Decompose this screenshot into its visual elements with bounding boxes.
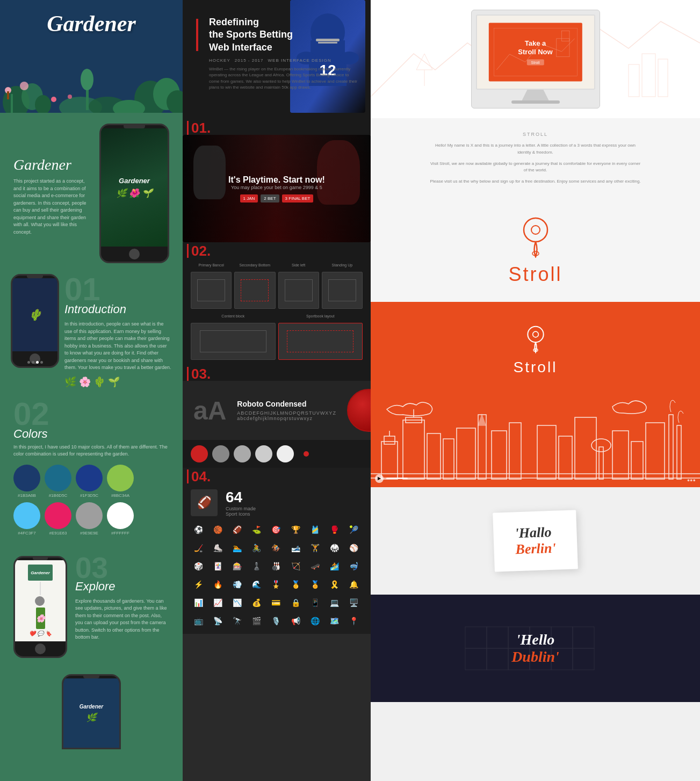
stroll-card-name: Stroll: [514, 359, 558, 376]
plant-icons-row: 🌿 🌸 🌵 🌱: [64, 376, 172, 388]
monitor-base: [511, 100, 560, 104]
sport-icon-51: 📢: [288, 613, 303, 628]
sport-color-2: [212, 445, 229, 462]
interface-headline: It's Playtime. Start now!: [228, 175, 325, 185]
section03-label: 03.: [187, 367, 211, 381]
sports-title: Redefining the Sports Betting Web Interf…: [209, 16, 357, 54]
phone-plant-2: 🌺: [129, 188, 140, 198]
berlin-city: Berlin': [515, 540, 556, 558]
sport-color-5: [277, 445, 294, 462]
play-button[interactable]: ▶: [375, 474, 384, 483]
sport-icon-28: ⚡: [191, 577, 206, 592]
phone-screen-bottom: Gardener 🌿: [63, 678, 119, 748]
svg-rect-64: [646, 423, 665, 479]
plants-background: [0, 43, 183, 113]
sport-icon-47: 📡: [210, 613, 225, 628]
svg-rect-45: [403, 420, 424, 479]
dublin-card: 'Hello Dublin': [511, 631, 559, 666]
section03-row: 03.: [183, 365, 371, 381]
interface-text-content: It's Playtime. Start now! You may place …: [228, 175, 325, 203]
bet-3: 3 FINAL BET: [282, 194, 314, 203]
bet-1: 1 JAN: [240, 194, 258, 203]
phone-plant-3: 🌱: [142, 188, 153, 198]
section02-row: 02.: [183, 242, 371, 258]
sport-icon-30: 💨: [229, 577, 244, 592]
swatch-2: #1B6D5C: [45, 465, 71, 498]
phone-app-label: Gardener: [119, 177, 150, 185]
sport-icon-32: 🎖️: [269, 577, 284, 592]
swatch-label-3: #1F3D5C: [80, 493, 98, 498]
red-accent-line: [196, 19, 198, 51]
icons-count-block: 64 Custom made Sport Icons: [226, 489, 256, 517]
section04-row: 04.: [183, 468, 371, 483]
swatch-3: #1F3D5C: [76, 465, 103, 498]
section02-number: 02: [13, 401, 169, 427]
swatch-color-8: [107, 502, 134, 529]
phone-home-button[interactable]: [129, 249, 140, 259]
swatch-label-8: #FFFFFF: [111, 531, 129, 536]
color-swatches-row2: #4FC3F7 #E91E63 #9E9E9E #FFFFFF: [13, 502, 169, 536]
wf-box-5: [191, 323, 276, 360]
swatch-color-1: [13, 465, 40, 491]
svg-point-16: [81, 69, 93, 90]
phone-button-3[interactable]: [35, 643, 46, 654]
gardener-section-title: Gardener: [13, 156, 89, 173]
wf-label-1: Primary Bancol: [191, 263, 232, 267]
swatch-color-4: [107, 465, 134, 491]
section03-title: Explore: [75, 580, 169, 594]
wf-label-3: Side left: [278, 263, 319, 267]
wf-label-5: Content block: [191, 314, 276, 318]
swatch-label-5: #4FC3F7: [18, 531, 35, 536]
sport-icon-6: 🏆: [288, 522, 303, 537]
bet-2: 2 BET: [261, 194, 279, 203]
wireframe-grid-2: [191, 323, 363, 360]
sports-header-text: Redefining the Sports Betting Web Interf…: [209, 16, 357, 90]
sport-icon-5: 🎯: [269, 522, 284, 537]
svg-rect-48: [427, 433, 441, 479]
svg-rect-78: [573, 648, 594, 670]
flower-emoji: 🌸: [36, 614, 45, 623]
interface-subtext: You may place your bet on game 2999 & 5: [228, 185, 325, 190]
sport-icon-15: 🎿: [288, 540, 303, 555]
wf-box-4: [322, 272, 363, 309]
stroll-pin-logo: [519, 215, 552, 258]
section03-number: 03: [75, 556, 169, 580]
swatch-color-3: [76, 465, 103, 491]
left-column: Gardener: [0, 0, 183, 781]
sport-icon-53: 🗺️: [327, 613, 342, 628]
svg-point-39: [528, 327, 543, 342]
sport-icon-49: 🎬: [249, 613, 264, 628]
sport-icon-7: 🎽: [307, 522, 322, 537]
phone-mockup-intro: 🌵: [11, 274, 59, 368]
svg-point-36: [524, 218, 547, 242]
phone-mockup-bottom: Gardener 🌿: [62, 674, 121, 749]
svg-point-40: [532, 332, 538, 338]
wf-box-6: [278, 323, 363, 360]
phone-cactus-icon: 🌵: [28, 308, 42, 321]
letter-body-2: Visit Stroll, we are now available globa…: [428, 161, 643, 175]
berlin-card: 'Hallo Berlin': [493, 510, 578, 572]
svg-rect-59: [575, 417, 596, 479]
sport-icon-24: 🏹: [288, 559, 303, 574]
font-chars-upper: ABCDEFGHIJKLMNOPQRSTUVWXYZ: [237, 410, 336, 416]
swatch-7: #9E9E9E: [76, 502, 103, 536]
swatch-label-1: #1B3A6B: [18, 493, 36, 498]
section01-row: 01.: [183, 118, 371, 135]
svg-rect-68: [487, 627, 508, 648]
sport-icon-48: 🔭: [229, 613, 244, 628]
small-dot: [304, 451, 309, 457]
sport-icon-36: 🔔: [347, 577, 362, 592]
plant-icon-4: 🌱: [108, 376, 120, 388]
icons-header: 🏈 64 Custom made Sport Icons: [191, 489, 363, 517]
wireframe-grid-1: [191, 272, 363, 309]
stroll-card-pin-icon: [525, 324, 546, 353]
swatch-label-6: #E91E63: [49, 531, 67, 536]
sport-icon-37: 📊: [191, 595, 206, 610]
wf-label-4: Standing Up: [322, 263, 363, 267]
svg-rect-65: [669, 415, 673, 479]
swatch-5: #4FC3F7: [13, 502, 40, 536]
svg-rect-5: [7, 91, 9, 99]
football-icon-box: 🏈: [191, 489, 218, 516]
sport-icon-25: 🛹: [307, 559, 322, 574]
section01-label: 01.: [187, 121, 211, 135]
